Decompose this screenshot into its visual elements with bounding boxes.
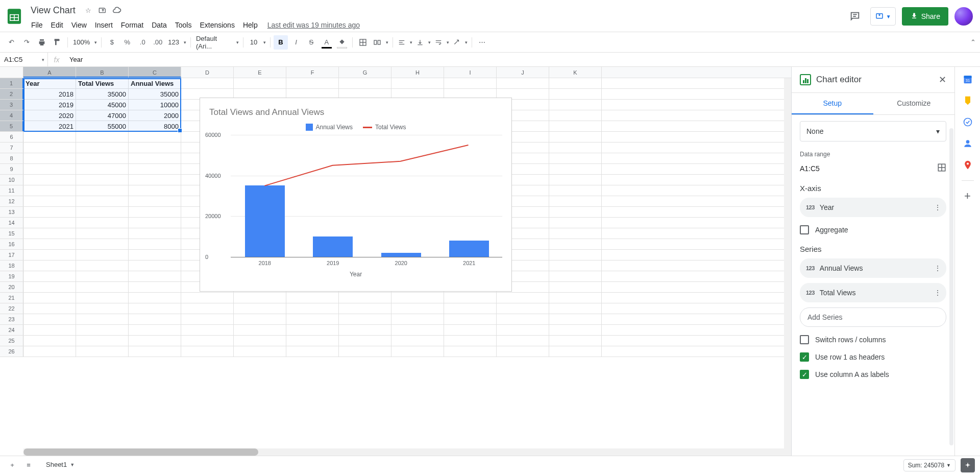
col-header[interactable]: K [549, 67, 602, 78]
cell[interactable] [549, 121, 602, 131]
add-series-button[interactable]: Add Series [800, 307, 946, 327]
cell[interactable] [76, 196, 129, 206]
cell[interactable] [76, 250, 129, 260]
cell[interactable]: 2018 [23, 89, 76, 99]
col-header[interactable]: A [23, 67, 76, 78]
cell[interactable] [129, 260, 181, 271]
cell[interactable] [129, 185, 181, 196]
cell[interactable]: Total Views [76, 78, 129, 88]
col-header[interactable]: H [391, 67, 444, 78]
series-chip[interactable]: 123Annual Views⋮ [800, 258, 946, 278]
maps-icon[interactable] [962, 159, 974, 171]
cloud-status-icon[interactable] [112, 6, 121, 15]
row-header[interactable]: 25 [0, 336, 23, 346]
cell[interactable] [234, 314, 286, 324]
cell[interactable] [76, 164, 129, 174]
cell[interactable] [76, 175, 129, 185]
cell[interactable] [181, 314, 234, 324]
switch-rows-cols-checkbox[interactable]: Switch rows / columns [800, 335, 946, 344]
close-icon[interactable]: ✕ [939, 74, 946, 85]
cell[interactable] [391, 293, 444, 303]
cell[interactable] [129, 325, 181, 335]
cell[interactable]: 2021 [23, 121, 76, 131]
vertical-scrollbar[interactable] [784, 78, 791, 448]
row-header[interactable]: 15 [0, 228, 23, 239]
cell[interactable] [549, 153, 602, 163]
cell[interactable] [23, 164, 76, 174]
cell[interactable] [497, 78, 549, 88]
cell[interactable] [339, 346, 391, 357]
row-header[interactable]: 5 [0, 121, 23, 131]
collapse-toolbar-icon[interactable]: ⌃ [970, 38, 976, 46]
row-header[interactable]: 22 [0, 303, 23, 314]
calendar-icon[interactable]: 31 [962, 73, 974, 85]
cell[interactable] [549, 336, 602, 346]
row-header[interactable]: 6 [0, 132, 23, 142]
cell[interactable]: 10000 [129, 100, 181, 110]
cell[interactable] [549, 325, 602, 335]
keep-icon[interactable] [962, 94, 974, 107]
row-header[interactable]: 21 [0, 293, 23, 303]
font-select[interactable]: Default (Ari... [194, 35, 240, 50]
contacts-icon[interactable] [962, 137, 974, 150]
formula-bar[interactable]: Year [65, 56, 980, 63]
menu-tools[interactable]: Tools [172, 19, 195, 31]
menu-edit[interactable]: Edit [47, 19, 67, 31]
row-header[interactable]: 23 [0, 314, 23, 324]
select-range-icon[interactable] [937, 163, 946, 174]
sheet-tab[interactable]: Sheet1▼ [40, 458, 81, 472]
cell[interactable] [286, 293, 339, 303]
zoom-select[interactable]: 100% [71, 35, 98, 50]
cell[interactable] [129, 228, 181, 239]
cell[interactable] [23, 260, 76, 271]
cell[interactable] [391, 78, 444, 88]
cell[interactable] [76, 239, 129, 249]
cell[interactable] [549, 89, 602, 99]
more-icon[interactable]: ⋯ [475, 35, 489, 50]
cell[interactable] [444, 78, 497, 88]
cell[interactable]: 55000 [76, 121, 129, 131]
cell[interactable] [129, 282, 181, 292]
paint-format-icon[interactable] [50, 35, 64, 50]
cell[interactable] [129, 314, 181, 324]
cell[interactable] [391, 325, 444, 335]
cell[interactable] [23, 314, 76, 324]
xaxis-chip[interactable]: 123Year⋮ [800, 198, 946, 217]
cell[interactable] [286, 78, 339, 88]
h-align-button[interactable] [396, 35, 413, 50]
col-header[interactable]: J [497, 67, 549, 78]
cell[interactable] [549, 143, 602, 153]
cell[interactable] [129, 207, 181, 217]
cell[interactable] [181, 293, 234, 303]
tab-setup[interactable]: Setup [792, 93, 873, 114]
data-range-input[interactable]: A1:C5 [800, 164, 820, 173]
row-header[interactable]: 16 [0, 239, 23, 249]
cell[interactable] [391, 346, 444, 357]
cell[interactable] [23, 228, 76, 239]
row-header[interactable]: 2 [0, 89, 23, 99]
cell[interactable] [549, 207, 602, 217]
col-header[interactable]: G [339, 67, 391, 78]
cell[interactable] [129, 303, 181, 314]
merge-button[interactable] [371, 35, 389, 50]
cell[interactable] [23, 282, 76, 292]
bold-button[interactable]: B [274, 35, 288, 50]
fill-color-button[interactable] [335, 35, 349, 50]
undo-icon[interactable]: ↶ [4, 35, 18, 50]
cell[interactable] [129, 164, 181, 174]
cell[interactable] [129, 153, 181, 163]
italic-button[interactable]: I [289, 35, 303, 50]
use-colA-labels-checkbox[interactable]: ✓Use column A as labels [800, 370, 946, 379]
sheet-area[interactable]: A B C D E F G H I J K 1YearTotal ViewsAn… [0, 67, 791, 456]
cell[interactable]: 2020 [23, 110, 76, 121]
cell[interactable] [23, 132, 76, 142]
cell[interactable] [286, 346, 339, 357]
print-icon[interactable] [35, 35, 49, 50]
currency-icon[interactable]: $ [105, 35, 119, 50]
col-header[interactable]: D [181, 67, 234, 78]
row-header[interactable]: 17 [0, 250, 23, 260]
cell[interactable]: 35000 [129, 89, 181, 99]
cell[interactable] [234, 303, 286, 314]
cell[interactable] [339, 314, 391, 324]
menu-format[interactable]: Format [117, 19, 147, 31]
